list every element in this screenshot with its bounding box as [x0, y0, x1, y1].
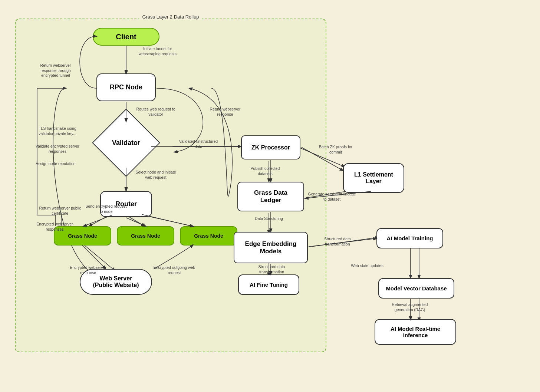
grass-node-3-label: Grass Node [194, 233, 223, 239]
ai-fine-tuning-node: AI Fine Tuning [238, 274, 299, 295]
grass-data-ledger-label: Grass DataLedger [254, 189, 287, 204]
edge-embedding-node: Edge EmbeddingModels [234, 232, 308, 263]
label-select-node: Select node and initiate web request [132, 170, 180, 180]
l1-settlement-label: L1 SettlementLayer [354, 171, 393, 185]
label-send-encrypted-request: Send encrypted request to node [84, 204, 128, 214]
label-return-webserver-encrypted: Return webserver response through encryp… [33, 63, 78, 78]
client-label: Client [116, 33, 136, 41]
ai-model-training-label: AI Model Training [386, 235, 433, 241]
edge-embedding-label: Edge EmbeddingModels [245, 240, 297, 255]
label-encrypted-outgoing: Encrypted outgoing web request [152, 265, 197, 275]
ai-fine-tuning-label: AI Fine Tuning [250, 281, 288, 288]
model-vector-database-node: Model Vector Database [378, 278, 454, 299]
grass-layer-label: Grass Layer 2 Data Rollup [139, 14, 202, 20]
label-data-structuring: Data Structuring [250, 216, 287, 221]
label-initiate-tunnel: Initiate tunnel for webscraping requests [134, 46, 182, 56]
label-validate-encrypted: Validate encrypted server responses [33, 144, 82, 154]
diagram-container: Grass Layer 2 Data Rollup [11, 7, 529, 385]
l1-settlement-node: L1 SettlementLayer [343, 163, 404, 193]
label-publish-collected: Publish collected datasets [245, 166, 286, 176]
label-batch-zk-proofs: Batch ZK proofs for commit [315, 145, 356, 155]
ai-realtime-inference-node: AI Model Real-timeInference [375, 319, 456, 345]
label-encrypted-webserver-responses: Encrypted webserver responses [33, 222, 76, 232]
label-structured-data-2: Structured data transformation [250, 264, 293, 274]
grass-node-1-label: Grass Node [68, 233, 97, 239]
ai-realtime-inference-label: AI Model Real-timeInference [391, 326, 440, 338]
label-web-state-updates: Web state updates [349, 263, 386, 269]
label-structured-data-1: Structured data transformation [315, 237, 360, 247]
validator-container: Validator [102, 119, 150, 167]
grass-node-2-label: Grass Node [131, 233, 160, 239]
rpc-node: RPC Node [96, 73, 156, 101]
label-encrypted-webserver-response-bottom: Encrypted webserver response [67, 265, 109, 275]
label-retrieval-augmented: Retrieval augmented generation (RAG) [384, 302, 436, 312]
label-generate-persistent: Generate persistent lineage to dataset [308, 192, 356, 202]
zk-processor-label: ZK Processor [251, 144, 290, 151]
zk-processor-node: ZK Processor [241, 135, 300, 159]
label-validated-unstructured: Validated unstructured data [178, 139, 219, 149]
rpc-node-label: RPC Node [110, 83, 142, 91]
grass-node-2: Grass Node [117, 226, 174, 246]
label-encrypted-webserver-response: Return webserver public certificate [38, 206, 82, 216]
grass-node-3: Grass Node [180, 226, 237, 246]
client-node: Client [93, 28, 159, 46]
ai-model-training-node: AI Model Training [376, 228, 443, 248]
label-tls-handshake: TLS handshake using validator private ke… [33, 126, 82, 136]
model-vector-database-label: Model Vector Database [386, 285, 447, 291]
grass-data-ledger-node: Grass DataLedger [237, 182, 304, 211]
label-routes-web-request: Routes web request to validator [134, 107, 178, 117]
web-server-label: Web Server(Public Website) [93, 275, 139, 289]
validator-label: Validator [102, 119, 150, 167]
label-return-webserver-response: Return webserver response [208, 107, 242, 117]
label-assign-node-reputation: Assign node reputation [33, 161, 78, 167]
